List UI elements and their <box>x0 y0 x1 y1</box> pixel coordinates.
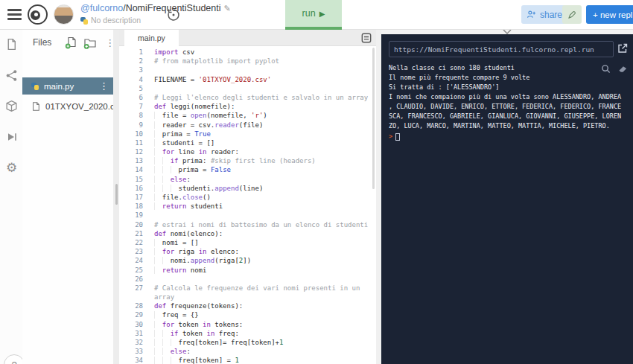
username-link[interactable]: @fulcorno <box>80 3 123 13</box>
open-external-icon[interactable] <box>617 42 629 54</box>
editor-console-divider[interactable] <box>376 30 381 364</box>
code-text: prima = True <box>154 130 211 138</box>
code-row: 1import csv <box>119 48 376 57</box>
console-line: Si tratta di : ['ALESSANDRO'] <box>389 83 630 92</box>
line-number: 7 <box>119 102 143 111</box>
code-text: # Leggi l'elenco degli studenti e salval… <box>154 93 368 102</box>
code-rows[interactable]: 1import csv2# from matplotlib import pyp… <box>119 48 376 364</box>
line-number: 29 <box>119 310 143 319</box>
code-row: 10 prima = True <box>119 130 376 138</box>
code-row: 16 studenti.append(line) <box>119 184 376 193</box>
divider-handle[interactable] <box>115 184 118 205</box>
file-menu-icon[interactable]: ⋮ <box>99 81 109 91</box>
share-button-label: share <box>540 10 562 20</box>
replit-app: @fulcorno/NomiFrequentiStudenti✎ No desc… <box>0 0 633 364</box>
code-text: freq[token] = 1 <box>154 356 239 364</box>
code-text: if prima: #skip first line (headers) <box>154 156 316 165</box>
code-text: for riga in elenco: <box>154 247 239 256</box>
line-number: 8 <box>119 111 143 120</box>
code-row: 34 freq[token] = 1 <box>119 356 376 364</box>
code-text: prima = False <box>154 165 231 174</box>
code-row: 25 return nomi <box>119 266 376 275</box>
run-button-label: run <box>302 8 316 19</box>
line-number <box>119 293 143 301</box>
new-file-button[interactable] <box>65 36 77 49</box>
code-text: nomi.append(riga[2]) <box>154 256 251 265</box>
line-number: 16 <box>119 184 143 193</box>
repl-description-row: No description <box>80 15 231 26</box>
code-row: 4FILENAME = '01TXYOV_2020.csv' <box>119 75 376 84</box>
files-panel: Files ⋮ main.py ⋮ 01TXYOV_2020.csv <box>22 30 113 364</box>
code-row: 32 freq[token]= freq[token]+1 <box>119 338 376 347</box>
line-number: 31 <box>119 329 143 338</box>
sidebar-item-debugger[interactable] <box>4 130 19 144</box>
code-row: 23 for riga in elenco: <box>119 247 376 256</box>
line-number: 12 <box>119 147 143 156</box>
line-number: 26 <box>119 275 143 284</box>
hamburger-menu-icon[interactable] <box>7 9 22 20</box>
code-row: 8 file = open(nomefile, 'r') <box>119 111 376 120</box>
code-text: reader = csv.reader(file) <box>154 121 263 130</box>
url-input[interactable] <box>389 41 614 57</box>
line-number: 11 <box>119 138 143 147</box>
rocket-icon <box>567 10 577 20</box>
sidebar-item-files[interactable] <box>4 37 19 51</box>
file-row-main-py[interactable]: main.py ⋮ <box>22 77 113 95</box>
search-icon[interactable] <box>601 64 611 74</box>
file-row-csv[interactable]: 01TXYOV_2020.csv <box>22 98 113 115</box>
line-number: 21 <box>119 229 143 238</box>
panel-divider[interactable] <box>113 30 119 364</box>
new-folder-button[interactable] <box>83 36 96 49</box>
line-number: 28 <box>119 301 143 310</box>
tab-main-py[interactable]: main.py <box>124 30 179 46</box>
help-button[interactable]: ? <box>4 354 25 364</box>
file-name: 01TXYOV_2020.csv <box>45 102 113 111</box>
line-number: 22 <box>119 238 143 247</box>
console-output[interactable]: Nella classe ci sono 180 studentiIl nome… <box>389 63 630 141</box>
files-panel-title: Files <box>33 37 51 48</box>
clear-console-eraser-icon[interactable] <box>618 64 629 74</box>
sidebar-rail: ⚙ ? <box>0 30 22 364</box>
code-row: 20# estrai i nomi di battesimo da un ele… <box>119 220 376 229</box>
run-button[interactable]: run▶ <box>285 0 342 30</box>
history-icon[interactable] <box>165 7 182 23</box>
add-folder-icon <box>83 36 96 49</box>
line-number: 14 <box>119 165 143 174</box>
chevron-down-icon[interactable] <box>503 29 512 34</box>
line-number: 25 <box>119 266 143 275</box>
console-line: ZO, LUCA, MARCO, MARTINA, MATTEO, MATTIA… <box>389 121 630 131</box>
code-text: file = open(nomefile, 'r') <box>154 111 267 120</box>
code-text: file.close() <box>154 193 211 202</box>
rocket-button[interactable] <box>562 5 582 24</box>
edit-title-icon[interactable]: ✎ <box>224 4 231 13</box>
code-text: studenti.append(line) <box>154 184 263 193</box>
line-number: 3 <box>119 66 143 74</box>
line-number: 32 <box>119 338 143 347</box>
new-repl-button[interactable]: + new repl <box>586 5 633 24</box>
editor-menu-icon[interactable] <box>361 33 372 43</box>
console-line: Il nome più frequente compare 9 volte <box>389 73 630 83</box>
code-row: 7def leggi(nomefile): <box>119 102 376 111</box>
console-line: I nomi che compaiono più di una volta so… <box>389 92 630 102</box>
file-icon <box>5 38 18 51</box>
line-number: 10 <box>119 130 143 138</box>
avatar[interactable] <box>54 4 74 25</box>
sidebar-item-version-control[interactable] <box>4 68 19 83</box>
line-number: 13 <box>119 156 143 165</box>
repl-title-block: @fulcorno/NomiFrequentiStudenti✎ No desc… <box>80 3 231 26</box>
sidebar-item-settings[interactable]: ⚙ <box>4 161 19 175</box>
code-row: 11 studenti = [] <box>119 138 376 147</box>
line-number: 18 <box>119 202 143 211</box>
code-row: 6# Leggi l'elenco degli studenti e salva… <box>119 93 376 102</box>
code-row: 27# Calcola le frequenze dei vari nomi p… <box>119 284 376 293</box>
editor-scrollbar[interactable] <box>372 48 375 189</box>
editor-tab-bar: main.py <box>119 30 376 46</box>
sidebar-item-packages[interactable] <box>4 99 19 113</box>
output-panel: Nella classe ci sono 180 studentiIl nome… <box>381 30 633 364</box>
repl-title: @fulcorno/NomiFrequentiStudenti✎ <box>80 3 231 14</box>
code-text: return studenti <box>154 202 223 211</box>
person-plus-icon <box>527 10 536 19</box>
replit-logo-icon <box>28 4 48 25</box>
code-row: 12 for line in reader: <box>119 147 376 156</box>
prompt-chevron: > <box>389 132 392 141</box>
